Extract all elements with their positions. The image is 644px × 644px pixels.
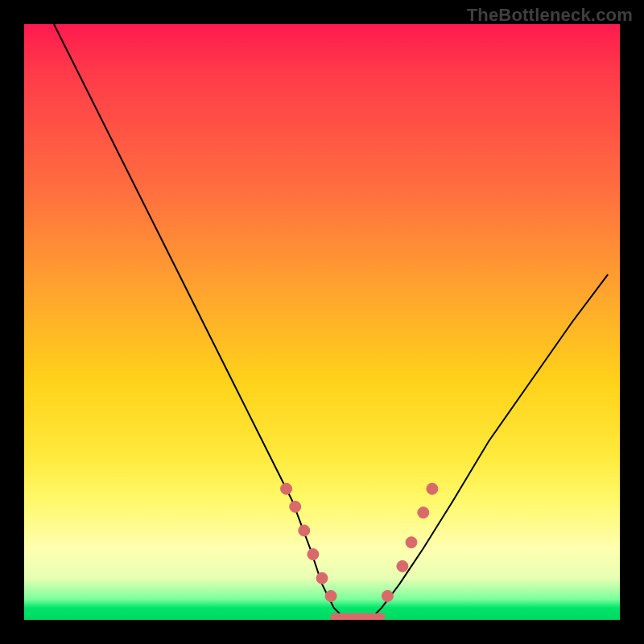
curve-marker: [325, 590, 336, 601]
curve-marker: [299, 525, 310, 536]
curve-marker: [316, 572, 328, 584]
curve-marker: [427, 483, 438, 494]
curve-marker: [382, 590, 393, 601]
chart-stage: TheBottleneck.com: [0, 0, 644, 644]
curve-marker: [418, 507, 429, 518]
curve-marker: [290, 501, 301, 512]
curve-marker: [406, 537, 417, 548]
watermark-text: TheBottleneck.com: [467, 5, 633, 26]
marker-group: [281, 483, 438, 601]
plot-area: [24, 24, 620, 620]
curve-marker: [281, 483, 292, 494]
curve-marker: [397, 560, 408, 572]
curve-layer: [24, 24, 620, 620]
bottleneck-curve: [54, 24, 608, 620]
curve-marker: [308, 549, 319, 560]
